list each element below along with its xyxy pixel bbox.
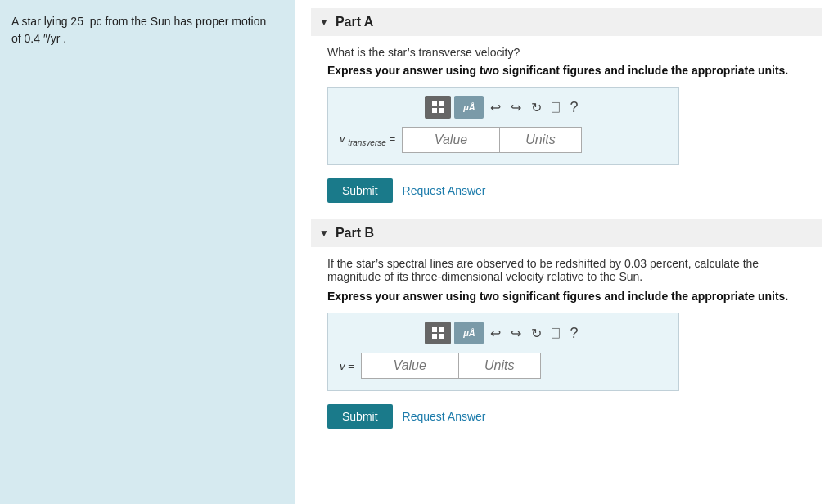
part-b-reset-button[interactable]: ↻	[528, 324, 545, 343]
part-a-keyboard-button[interactable]: ⎕	[548, 98, 563, 116]
part-b-body: If the star’s spectral lines are observe…	[311, 257, 822, 429]
part-a-header[interactable]: ▼ Part A	[311, 8, 822, 36]
part-a-section: ▼ Part A What is the star’s transverse v…	[311, 8, 822, 203]
part-a-grid-button[interactable]	[425, 96, 451, 119]
grid-icon-b	[432, 327, 444, 339]
sidebar-text: A star lying 25 pc from the Sun has prop…	[11, 13, 283, 47]
part-b-input-row: v =	[340, 353, 667, 379]
part-b-instruction: Express your answer using two significan…	[327, 290, 813, 303]
part-a-request-link[interactable]: Request Answer	[403, 184, 486, 197]
part-b-collapse-arrow[interactable]: ▼	[319, 227, 329, 239]
part-b-mu-button[interactable]: μÅ	[454, 322, 484, 344]
part-a-body: What is the star’s transverse velocity? …	[311, 46, 822, 203]
part-b-section: ▼ Part B If the star’s spectral lines ar…	[311, 219, 822, 429]
part-b-keyboard-button[interactable]: ⎕	[548, 324, 563, 342]
part-b-action-row: Submit Request Answer	[327, 404, 813, 429]
main-content: ▼ Part A What is the star’s transverse v…	[295, 0, 838, 504]
sidebar: A star lying 25 pc from the Sun has prop…	[0, 0, 295, 504]
part-b-redo-button[interactable]: ↪	[507, 324, 525, 343]
part-b-units-input[interactable]	[459, 353, 541, 379]
part-a-title: Part A	[336, 15, 374, 29]
part-a-undo-button[interactable]: ↩	[487, 98, 504, 117]
part-a-input-row: v transverse =	[340, 127, 667, 153]
part-a-instruction: Express your answer using two significan…	[327, 64, 813, 77]
part-b-description: If the star’s spectral lines are observe…	[327, 257, 813, 283]
part-a-reset-button[interactable]: ↻	[528, 98, 545, 117]
part-a-question: What is the star’s transverse velocity?	[327, 46, 813, 59]
part-b-title: Part B	[336, 226, 374, 241]
part-b-undo-button[interactable]: ↩	[487, 324, 504, 343]
part-b-help-button[interactable]: ?	[566, 323, 581, 344]
part-a-collapse-arrow[interactable]: ▼	[319, 16, 329, 28]
part-b-value-input[interactable]	[361, 353, 459, 379]
part-b-answer-box: μÅ ↩ ↪ ↻ ⎕ ? v =	[327, 313, 679, 391]
part-a-redo-button[interactable]: ↪	[507, 98, 525, 117]
part-b-submit-button[interactable]: Submit	[327, 404, 393, 429]
part-a-units-input[interactable]	[500, 127, 582, 153]
part-a-action-row: Submit Request Answer	[327, 178, 813, 203]
part-a-mu-button[interactable]: μÅ	[454, 96, 484, 119]
part-b-header[interactable]: ▼ Part B	[311, 219, 822, 247]
part-a-value-input[interactable]	[402, 127, 500, 153]
part-b-request-link[interactable]: Request Answer	[403, 410, 486, 423]
grid-icon	[432, 101, 444, 113]
part-a-submit-button[interactable]: Submit	[327, 178, 393, 203]
part-a-toolbar: μÅ ↩ ↪ ↻ ⎕ ?	[340, 96, 667, 119]
part-b-input-label: v =	[340, 360, 354, 372]
part-b-grid-button[interactable]	[425, 322, 451, 344]
part-a-answer-box: μÅ ↩ ↪ ↻ ⎕ ? v transverse =	[327, 87, 679, 165]
part-a-input-label: v transverse =	[340, 133, 395, 147]
part-b-toolbar: μÅ ↩ ↪ ↻ ⎕ ?	[340, 322, 667, 344]
part-a-help-button[interactable]: ?	[566, 97, 581, 118]
